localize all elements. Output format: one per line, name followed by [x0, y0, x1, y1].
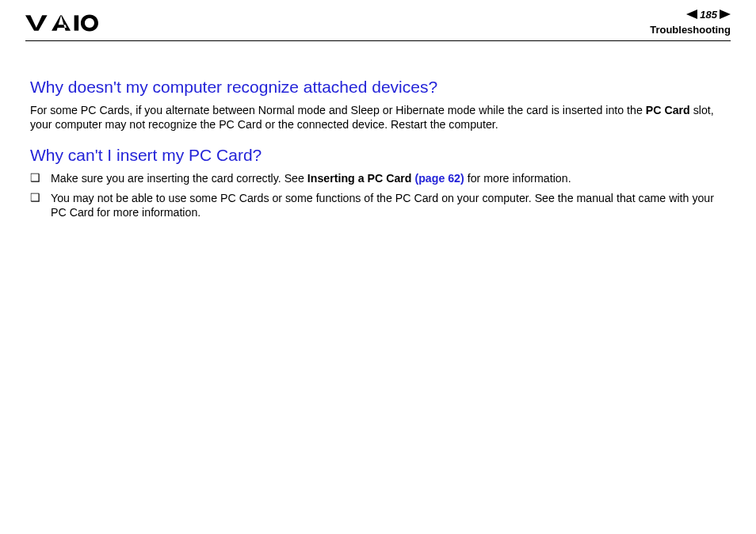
- list-item-text: You may not be able to use some PC Cards…: [51, 191, 727, 219]
- bullet-icon: ❑: [30, 171, 51, 185]
- svg-marker-2: [720, 10, 731, 19]
- page-link[interactable]: (page 62): [414, 172, 464, 185]
- list-item-text: Make sure you are inserting the card cor…: [51, 171, 727, 185]
- text-bold: Inserting a PC Card: [307, 172, 415, 185]
- text-bold: PC Card: [646, 104, 690, 116]
- paragraph-1: For some PC Cards, if you alternate betw…: [30, 103, 727, 132]
- heading-2: Why can't I insert my PC Card?: [30, 146, 727, 165]
- vaio-logo: [25, 13, 98, 36]
- page-header: 185 Troubleshooting: [25, 8, 731, 41]
- list-item: ❑ Make sure you are inserting the card c…: [30, 171, 727, 185]
- prev-page-icon[interactable]: [686, 10, 697, 19]
- page-navigation: 185: [686, 9, 731, 21]
- heading-1: Why doesn't my computer recognize attach…: [30, 78, 727, 97]
- text-fragment: For some PC Cards, if you alternate betw…: [30, 104, 646, 116]
- svg-rect-0: [74, 15, 79, 30]
- text-fragment: for more information.: [464, 172, 571, 185]
- next-page-icon[interactable]: [720, 10, 731, 19]
- page-number: 185: [699, 9, 718, 21]
- bullet-icon: ❑: [30, 191, 51, 204]
- svg-marker-1: [686, 10, 697, 19]
- bullet-list: ❑ Make sure you are inserting the card c…: [30, 171, 727, 219]
- header-right: 185 Troubleshooting: [650, 8, 731, 36]
- list-item: ❑ You may not be able to use some PC Car…: [30, 191, 727, 219]
- page-content: Why doesn't my computer recognize attach…: [25, 41, 731, 219]
- section-label: Troubleshooting: [650, 24, 731, 36]
- text-fragment: Make sure you are inserting the card cor…: [51, 172, 307, 185]
- page-root: 185 Troubleshooting Why doesn't my compu…: [0, 0, 756, 534]
